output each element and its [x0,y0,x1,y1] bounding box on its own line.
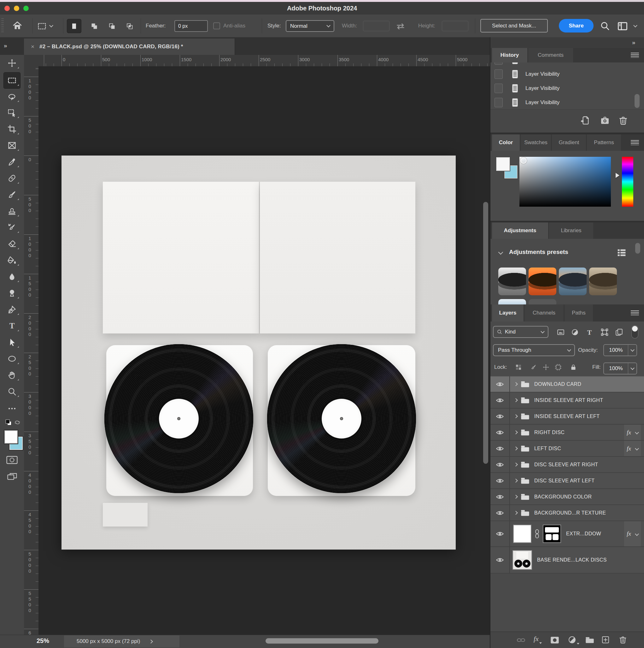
opacity-value[interactable]: 100% [603,344,637,356]
expand-group-icon[interactable] [514,382,518,386]
expand-group-icon[interactable] [514,398,518,402]
zoom-level[interactable]: 25% [37,637,49,645]
layer-row-right-disc[interactable]: RIGHT DISC fx [490,425,644,441]
history-source-checkbox[interactable] [494,69,503,79]
document-mockup[interactable] [61,156,456,550]
fill-value[interactable]: 100% [603,363,637,374]
workspace-panel-icon[interactable] [617,21,628,31]
paint-bucket-tool-icon[interactable] [7,256,17,265]
layer-filter-kind-dropdown[interactable]: Kind [493,326,548,338]
canvas-vertical-scrollbar[interactable] [483,202,488,464]
layer-fx-badge[interactable]: fx [627,530,631,537]
tool-preset-marquee-icon[interactable] [37,22,47,30]
screen-mode-icon[interactable] [7,472,18,481]
history-row-clipped[interactable]: Layer Visibility [490,62,644,67]
saturation-brightness-field[interactable] [519,157,611,207]
tab-paths[interactable]: Paths [565,305,593,321]
layer-style-fx-icon[interactable]: fx [534,635,541,643]
add-to-selection-mode-button[interactable] [87,19,102,33]
visibility-eye-icon[interactable] [490,376,509,392]
new-document-from-state-icon[interactable] [580,115,590,125]
layer-row-disc-sleeve-art-left[interactable]: DISC SLEEVE ART LEFT [490,473,644,489]
edit-toolbar-icon[interactable] [7,404,17,413]
search-icon[interactable] [600,21,610,31]
expand-group-icon[interactable] [514,463,518,467]
fx-expand-chevron-icon[interactable] [635,430,639,434]
intersect-selection-mode-button[interactable] [122,19,137,33]
new-adjustment-layer-icon[interactable] [568,635,579,644]
feather-input[interactable]: 0 px [174,20,208,32]
tab-adjustments[interactable]: Adjustments [492,222,548,239]
layer-thumbnail[interactable] [513,550,532,570]
layer-row-background-texture[interactable]: BACKGROUND...R TEXTURE [490,505,644,521]
canvas-horizontal-scrollbar[interactable] [266,638,378,644]
filter-smart-objects-icon[interactable] [615,328,623,336]
preset-thumbnail-sepia[interactable] [589,268,617,295]
select-and-mask-button[interactable]: Select and Mask... [480,19,548,33]
panels-collapse-icon[interactable]: » [632,39,635,46]
fx-expand-chevron-icon[interactable] [635,532,639,536]
delete-state-trash-icon[interactable] [618,115,628,125]
layer-row-background-color[interactable]: BACKGROUND COLOR [490,489,644,505]
lock-transparent-pixels-icon[interactable] [515,364,522,371]
history-row[interactable]: Layer Visibility [490,67,644,82]
visibility-eye-icon[interactable] [490,547,509,573]
layer-mask-thumbnail[interactable] [543,525,561,543]
ellipse-shape-tool-icon[interactable] [7,354,17,364]
hue-slider-marker[interactable] [616,173,620,178]
canvas-area[interactable] [39,66,490,635]
eraser-tool-icon[interactable] [7,239,17,249]
filter-shape-layers-icon[interactable] [600,328,609,336]
swap-colors-icon[interactable] [14,419,21,426]
object-selection-tool-icon[interactable] [7,108,17,117]
color-panel-menu-icon[interactable] [631,140,639,145]
toolbar-collapse-icon[interactable]: » [4,42,7,49]
tab-gradients[interactable]: Gradient [552,134,586,151]
tab-swatches[interactable]: Swatches [521,134,551,151]
tab-libraries[interactable]: Libraries [549,222,593,239]
share-button[interactable]: Share [559,19,593,33]
visibility-eye-icon[interactable] [490,489,509,504]
color-field-selector[interactable] [520,157,527,164]
filter-image-layers-icon[interactable] [557,328,565,336]
options-drag-handle[interactable] [1,18,4,34]
history-brush-tool-icon[interactable] [7,223,17,232]
lock-position-icon[interactable] [542,364,550,371]
visibility-eye-icon[interactable] [490,457,509,472]
document-tab[interactable]: × #2 – BLACK.psd @ 25% (DOWNLOAD CARD, R… [24,39,235,55]
history-panel-menu-icon[interactable] [631,53,639,58]
history-scrollbar[interactable] [635,94,640,108]
visibility-eye-icon[interactable] [490,505,509,521]
default-colors-icon[interactable] [4,418,13,427]
subtract-from-selection-mode-button[interactable] [105,19,119,33]
delete-layer-trash-icon[interactable] [619,635,627,644]
expand-group-icon[interactable] [514,479,518,483]
new-layer-icon[interactable] [601,635,610,644]
foreground-color-swatch-panel[interactable] [496,157,510,171]
link-layers-icon[interactable] [517,636,525,644]
expand-group-icon[interactable] [514,446,518,450]
visibility-eye-icon[interactable] [490,441,509,456]
fx-expand-chevron-icon[interactable] [635,446,639,450]
expand-group-icon[interactable] [514,430,518,434]
pen-tool-icon[interactable] [7,305,17,314]
layer-fx-badge[interactable]: fx [627,429,631,436]
tab-channels[interactable]: Channels [524,305,564,321]
new-group-folder-icon[interactable] [585,636,594,644]
layer-row-inside-sleeve-art-left[interactable]: INSIDE SLEEVE ART LEFT [490,409,644,425]
filter-type-layers-icon[interactable]: T [585,328,593,336]
layer-row-download-card[interactable]: DOWNLOAD CARD [490,376,644,392]
layer-row-extruded-shadow[interactable]: EXTR...DDOW fx [490,521,644,547]
layer-row-inside-sleeve-art-right[interactable]: INSIDE SLEEVE ART RIGHT [490,392,644,409]
eyedropper-tool-icon[interactable] [7,157,17,167]
status-chevron-icon[interactable] [149,640,153,644]
lock-all-icon[interactable] [570,364,577,371]
preset-thumbnail-partial[interactable] [529,299,556,305]
preset-list-view-icon[interactable] [617,249,626,257]
ruler-corner[interactable] [24,55,39,66]
dodge-tool-icon[interactable] [7,288,17,298]
layer-fx-badge[interactable]: fx [627,445,631,452]
quick-mask-icon[interactable] [6,455,18,465]
history-row[interactable]: Layer Visibility [490,95,644,110]
tab-color[interactable]: Color [492,134,520,151]
